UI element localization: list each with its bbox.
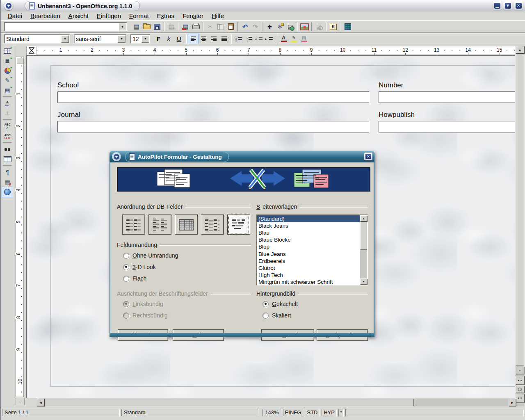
status-page-style[interactable]: Standard	[121, 409, 258, 416]
paragraph-style-combobox[interactable]: ▼	[4, 34, 70, 43]
style-dropdown-icon[interactable]: ▼	[61, 35, 69, 43]
radio-option[interactable]: Flach	[123, 275, 146, 282]
dialog-menu-button[interactable]	[112, 152, 121, 161]
paragraph-style-input[interactable]	[5, 36, 69, 42]
status-hyperlink-mode[interactable]: HYP	[322, 409, 337, 416]
arrangement-labels-above-icon[interactable]	[148, 215, 171, 235]
size-dropdown-icon[interactable]: ▼	[142, 35, 149, 43]
list-item[interactable]: Blue Jeans	[257, 250, 360, 257]
font-name-combobox[interactable]: ▼	[74, 34, 126, 43]
save-document-icon[interactable]	[152, 22, 162, 32]
scroll-up-icon[interactable]: ▲	[516, 46, 524, 53]
insert-fields-icon[interactable]	[275, 22, 285, 32]
zoom-icon[interactable]	[314, 22, 324, 32]
status-selection-mode[interactable]: STD	[305, 409, 320, 416]
form-field-input[interactable]	[379, 91, 515, 103]
insert-object-icon[interactable]	[2, 66, 13, 75]
menu-item[interactable]: Fenster	[179, 12, 207, 20]
list-item[interactable]: Blop	[257, 243, 360, 250]
minimize-button[interactable]: ▁	[493, 1, 502, 10]
status-insert-mode[interactable]: EINFG	[283, 409, 303, 416]
redo-icon[interactable]	[250, 22, 260, 32]
menu-item[interactable]: Datei	[4, 12, 26, 20]
form-field-input[interactable]	[57, 121, 369, 132]
auto-spellcheck-icon[interactable]	[2, 131, 13, 141]
paste-icon[interactable]	[226, 22, 236, 32]
arrangement-alternating-icon[interactable]	[201, 215, 224, 235]
draw-functions-icon[interactable]	[2, 75, 13, 85]
horizontal-scrollbar[interactable]: ◀ ▶	[37, 399, 516, 406]
hyperlink-icon[interactable]	[285, 22, 295, 32]
list-item[interactable]: (Standard)	[257, 215, 360, 222]
underline-icon[interactable]: U	[174, 34, 184, 44]
listbox-scroll-up-icon[interactable]: ▲	[360, 215, 367, 221]
insert-section-icon[interactable]	[2, 56, 13, 66]
online-layout-icon[interactable]	[2, 187, 13, 197]
form-field-input[interactable]	[379, 121, 515, 132]
menu-item[interactable]: Extras	[153, 12, 178, 20]
ruler-splitter[interactable]: -	[16, 398, 25, 405]
navigation-icon[interactable]	[516, 386, 524, 393]
gallery-icon[interactable]	[299, 22, 310, 32]
radio-option[interactable]: Gekachelt	[262, 301, 298, 307]
background-color-icon[interactable]	[299, 34, 309, 44]
undo-icon[interactable]	[240, 22, 250, 32]
graphics-onoff-icon[interactable]	[2, 177, 13, 187]
print-icon[interactable]	[191, 22, 201, 32]
list-item[interactable]: Black Jeans	[257, 222, 360, 229]
menu-item[interactable]: Hilfe	[208, 12, 228, 20]
bold-icon[interactable]: F	[153, 34, 164, 44]
italic-icon[interactable]: k	[164, 34, 174, 44]
copy-icon[interactable]	[215, 22, 226, 32]
dialog-titlebar[interactable]: AutoPilot Formular - Gestaltung ✕	[110, 151, 374, 162]
anchor-icon[interactable]	[2, 108, 13, 118]
url-combobox[interactable]: ▼	[4, 22, 127, 31]
vertical-ruler[interactable]: 12345678910	[16, 57, 24, 397]
arrangement-free-icon[interactable]	[227, 215, 250, 235]
next-page-icon[interactable]: ▼▼	[516, 394, 524, 403]
font-color-icon[interactable]	[278, 34, 289, 44]
insert-table-icon[interactable]	[2, 46, 13, 56]
scroll-down-icon[interactable]: ▼	[516, 367, 524, 374]
font-dropdown-icon[interactable]: ▼	[118, 35, 126, 43]
window-menu-button[interactable]	[4, 1, 13, 10]
list-item[interactable]: High Tech	[257, 272, 360, 278]
listbox-scrollbar[interactable]: ▲ ▼	[360, 215, 367, 285]
cut-icon[interactable]	[205, 22, 215, 32]
radio-option[interactable]: Skaliert	[262, 312, 291, 319]
spellcheck-icon[interactable]	[2, 121, 13, 131]
align-right-icon[interactable]	[209, 34, 219, 44]
align-center-icon[interactable]	[199, 34, 209, 44]
list-item[interactable]: Erdbeereis	[257, 258, 360, 265]
page-styles-listbox[interactable]: (Standard)Black JeansBlauBlaue BlöckeBlo…	[256, 215, 368, 285]
align-left-icon[interactable]	[188, 34, 199, 44]
stylist-icon[interactable]	[342, 22, 353, 32]
menu-item[interactable]: Ansicht	[65, 12, 92, 20]
list-item[interactable]: Glutrot	[257, 265, 360, 272]
horizontal-scrollbar-thumb[interactable]	[45, 399, 414, 406]
numbered-list-icon[interactable]	[233, 34, 244, 44]
menu-item[interactable]: Format	[126, 12, 153, 20]
form-field-input[interactable]	[57, 91, 369, 103]
find-replace-icon[interactable]	[2, 144, 13, 154]
font-size-combobox[interactable]: ▼	[130, 34, 150, 43]
tab-type-selector[interactable]	[27, 46, 37, 55]
listbox-scrollbar-thumb[interactable]	[360, 222, 367, 250]
scroll-right-icon[interactable]: ▶	[509, 399, 516, 406]
menu-item[interactable]: Einfügen	[93, 12, 125, 20]
dialog-close-button[interactable]: ✕	[364, 153, 372, 160]
menu-item[interactable]: Bearbeiten	[27, 12, 64, 20]
bullet-list-icon[interactable]	[244, 34, 254, 44]
close-button[interactable]: ✕	[514, 1, 523, 10]
nonprinting-characters-icon[interactable]	[2, 167, 13, 177]
status-modified-flag[interactable]: *	[338, 409, 344, 416]
status-page[interactable]: Seite 1 / 1	[2, 409, 120, 416]
maximize-button[interactable]: ▼	[503, 1, 512, 10]
edit-file-icon[interactable]	[166, 22, 176, 32]
listbox-scroll-down-icon[interactable]: ▼	[360, 278, 367, 285]
export-pdf-icon[interactable]	[180, 22, 191, 32]
arrangement-labels-left-icon[interactable]	[122, 215, 145, 235]
vertical-scrollbar-thumb[interactable]	[516, 54, 524, 365]
arrangement-table-icon[interactable]	[175, 215, 198, 235]
form-functions-icon[interactable]	[2, 85, 13, 95]
